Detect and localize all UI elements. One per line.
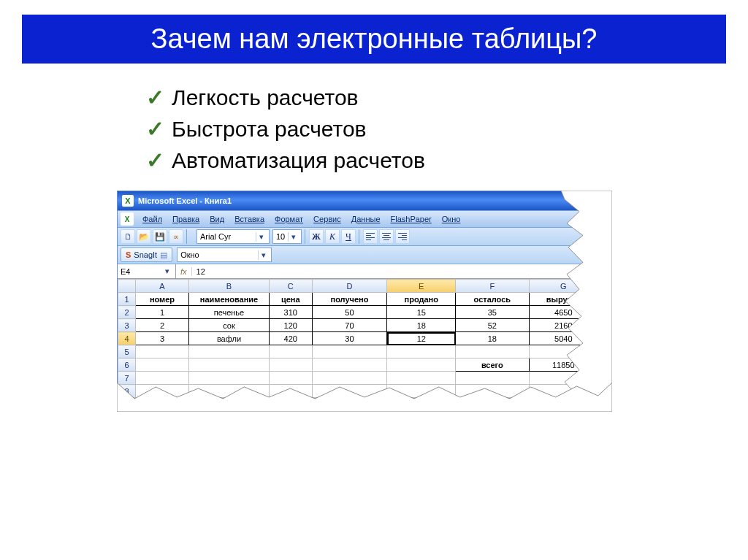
snagit-config-icon[interactable]: ▤ — [160, 250, 167, 260]
row-header[interactable]: 4 — [118, 332, 136, 345]
col-header-E[interactable]: E — [387, 280, 456, 293]
row-header[interactable]: 7 — [118, 372, 136, 385]
cell[interactable]: осталось — [456, 293, 530, 306]
menu-file[interactable]: Файл — [138, 213, 167, 225]
cell[interactable] — [269, 385, 312, 398]
align-left-icon[interactable] — [363, 229, 378, 244]
menu-tools[interactable]: Сервис — [309, 213, 346, 225]
cell[interactable]: продано — [387, 293, 456, 306]
cell[interactable] — [136, 385, 189, 398]
cell[interactable]: цена — [269, 293, 312, 306]
cell[interactable] — [188, 385, 269, 398]
cell[interactable] — [529, 345, 598, 358]
cell[interactable]: 2 — [136, 319, 189, 332]
name-box[interactable]: E4 ▾ — [118, 264, 176, 279]
cell[interactable]: номер — [136, 293, 189, 306]
align-right-icon[interactable] — [395, 229, 410, 244]
cell[interactable]: получено — [312, 293, 387, 306]
row-header[interactable]: 8 — [118, 385, 136, 398]
menu-flashpaper[interactable]: FlashPaper — [386, 213, 436, 225]
cell[interactable]: 1 — [136, 306, 189, 319]
row-header[interactable]: 6 — [118, 358, 136, 372]
cell[interactable] — [456, 372, 530, 385]
col-header-C[interactable]: C — [269, 280, 312, 293]
cell[interactable]: 5040 — [529, 332, 598, 345]
selected-cell[interactable]: 12 — [387, 332, 456, 345]
cell[interactable] — [312, 385, 387, 398]
open-file-icon[interactable]: 📂 — [137, 229, 151, 244]
menu-format[interactable]: Формат — [270, 213, 308, 225]
cell[interactable]: наименование — [188, 293, 269, 306]
row-header[interactable]: 3 — [118, 319, 136, 332]
cell[interactable] — [136, 358, 189, 372]
chevron-down-icon[interactable]: ▾ — [162, 266, 172, 276]
cell[interactable]: 3 — [136, 332, 189, 345]
snagit-profile-combo[interactable]: Окно ▾ — [177, 248, 272, 262]
col-header-D[interactable]: D — [312, 280, 387, 293]
cell[interactable]: 2160 — [529, 319, 598, 332]
cell[interactable]: 4650 — [529, 306, 598, 319]
cell[interactable] — [312, 358, 387, 372]
cell[interactable]: 70 — [312, 319, 387, 332]
cell[interactable] — [387, 385, 456, 398]
cell[interactable]: выручка — [529, 293, 598, 306]
cell[interactable]: 420 — [269, 332, 312, 345]
cell[interactable]: 15 — [387, 306, 456, 319]
chevron-down-icon[interactable]: ▾ — [256, 232, 266, 242]
menu-window[interactable]: Окно — [438, 213, 465, 225]
cell[interactable]: 35 — [456, 306, 530, 319]
cell[interactable] — [136, 372, 189, 385]
cell[interactable]: 18 — [387, 319, 456, 332]
font-name-combo[interactable]: Arial Cyr ▾ — [196, 229, 270, 244]
formula-value[interactable]: 12 — [192, 267, 598, 276]
cell[interactable] — [269, 372, 312, 385]
italic-button[interactable]: К — [325, 229, 340, 244]
row-header[interactable]: 1 — [118, 293, 136, 306]
align-center-icon[interactable] — [379, 229, 394, 244]
cell[interactable] — [269, 345, 312, 358]
cell[interactable]: печенье — [188, 306, 269, 319]
cell[interactable] — [387, 372, 456, 385]
select-all-corner[interactable] — [118, 280, 136, 293]
col-header-B[interactable]: B — [188, 280, 269, 293]
cell[interactable]: 120 — [269, 319, 312, 332]
menu-insert[interactable]: Вставка — [230, 213, 269, 225]
cell[interactable]: вафли — [188, 332, 269, 345]
share-icon[interactable]: ∝ — [169, 229, 183, 244]
chevron-down-icon[interactable]: ▾ — [258, 250, 268, 260]
cell[interactable]: сок — [188, 319, 269, 332]
chevron-down-icon[interactable]: ▾ — [288, 232, 298, 242]
row-header[interactable]: 2 — [118, 306, 136, 319]
cell[interactable] — [387, 358, 456, 372]
col-header-G[interactable]: G — [529, 280, 598, 293]
cell[interactable]: 11850 — [529, 358, 598, 372]
cell[interactable] — [188, 345, 269, 358]
fx-icon[interactable]: fx — [176, 267, 192, 276]
cell[interactable] — [188, 372, 269, 385]
snagit-button[interactable]: S SnagIt ▤ — [121, 248, 172, 262]
save-icon[interactable]: 💾 — [153, 229, 167, 244]
bold-button[interactable]: Ж — [309, 229, 324, 244]
window-titlebar[interactable]: X Microsoft Excel - Книга1 — [118, 191, 598, 210]
cell[interactable] — [312, 372, 387, 385]
new-file-icon[interactable]: 🗋 — [121, 229, 135, 244]
cell[interactable]: всего — [456, 358, 530, 372]
col-header-A[interactable]: A — [136, 280, 189, 293]
cell[interactable] — [269, 358, 312, 372]
cell[interactable] — [456, 345, 530, 358]
menu-edit[interactable]: Правка — [168, 213, 204, 225]
cell[interactable] — [312, 345, 387, 358]
cell[interactable] — [387, 345, 456, 358]
row-header[interactable]: 5 — [118, 345, 136, 358]
cell[interactable] — [456, 385, 530, 398]
cell[interactable] — [529, 372, 598, 385]
cell[interactable] — [188, 358, 269, 372]
font-size-combo[interactable]: 10 ▾ — [272, 229, 302, 244]
cell[interactable]: 50 — [312, 306, 387, 319]
cell[interactable]: 310 — [269, 306, 312, 319]
menu-view[interactable]: Вид — [205, 213, 229, 225]
cell[interactable]: 18 — [456, 332, 530, 345]
cell[interactable]: 52 — [456, 319, 530, 332]
cell[interactable] — [136, 345, 189, 358]
excel-doc-icon[interactable]: X — [121, 212, 134, 226]
